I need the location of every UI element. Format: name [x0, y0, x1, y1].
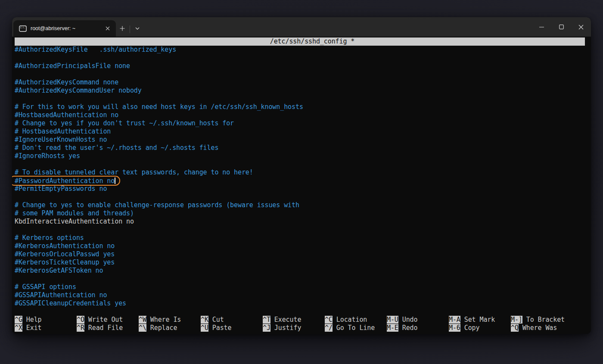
editor-line: #AuthorizedKeysCommand none [15, 78, 585, 87]
shortcut-redo: M-E Redo [387, 324, 449, 332]
shortcut-execute: ^T Execute [263, 316, 325, 324]
shortcut-to-bracket: M-] To Bracket [511, 316, 573, 324]
nano-filename: /etc/ssh/sshd_config * [270, 37, 354, 46]
editor-line: #AuthorizedPrincipalsFile none [15, 62, 585, 70]
shortcut-where-is: ^W Where Is [139, 316, 201, 324]
editor-line: # For this to work you will also need ho… [15, 103, 585, 111]
shortcut-copy: M-6 Copy [449, 324, 511, 332]
close-window-button[interactable] [571, 17, 591, 37]
maximize-button[interactable] [551, 17, 571, 37]
editor-line: #IgnoreUserKnownHosts no [15, 136, 585, 144]
tab-dropdown-button[interactable] [131, 22, 144, 35]
editor-line [15, 308, 585, 316]
nano-titlebar: GNU nano 7.2 /etc/ssh/sshd_config * [15, 37, 585, 46]
editor-line [15, 95, 585, 103]
close-icon[interactable] [103, 24, 112, 33]
editor-line [15, 160, 585, 168]
editor-line: #KerberosTicketCleanup yes [15, 258, 585, 267]
editor-line: #AuthorizedKeysCommandUser nobody [15, 87, 585, 95]
editor-line: #KerberosGetAFSToken no [15, 267, 585, 275]
editor-line: #KerberosAuthentication no [15, 242, 585, 250]
editor-line: #IgnoreRhosts yes [15, 152, 585, 160]
editor-line [15, 226, 585, 234]
new-tab-button[interactable] [116, 22, 129, 35]
shortcut-replace: ^\ Replace [139, 324, 201, 332]
shortcut-justify: ^J Justify [263, 324, 325, 332]
shortcut-location: ^C Location [325, 316, 387, 324]
shortcut-paste: ^U Paste [201, 324, 263, 332]
shortcut-row-1: ^G Help^O Write Out^W Where Is^K Cut^T E… [15, 316, 585, 324]
close-icon [578, 25, 584, 30]
editor-line: #KerberosOrLocalPasswd yes [15, 250, 585, 258]
editor-line: # Change to yes if you don't trust ~/.ss… [15, 119, 585, 128]
editor-line: #AuthorizedKeysFile .ssh/authorized_keys [15, 46, 585, 54]
terminal-screen[interactable]: GNU nano 7.2 /etc/ssh/sshd_config * #Aut… [12, 37, 591, 334]
plus-icon [120, 26, 125, 31]
editor-line: #GSSAPIAuthentication no [15, 291, 585, 299]
editor-line: # some PAM modules and threads) [15, 209, 585, 218]
tab-title: root@abriserver: ~ [31, 25, 99, 31]
shortcut-where-was: ^Q Where Was [511, 324, 573, 332]
editor-screen: #AuthorizedKeysFile .ssh/authorized_keys… [15, 46, 585, 316]
chevron-down-icon [135, 27, 140, 30]
editor-line: KbdInteractiveAuthentication no [15, 218, 585, 226]
editor-line: # To disable tunneled clear text passwor… [15, 168, 585, 177]
editor-line: # Change to yes to enable challenge-resp… [15, 201, 585, 209]
svg-text:C:\: C:\ [20, 26, 25, 29]
shortcut-set-mark: M-A Set Mark [449, 316, 511, 324]
text-cursor [115, 177, 115, 184]
shortcut-go-to-line: ^/ Go To Line [325, 324, 387, 332]
editor-line: #PasswordAuthentication no [15, 177, 585, 185]
maximize-icon [559, 25, 564, 29]
shortcut-row-2: ^X Exit^R Read File^\ Replace^U Paste^J … [15, 324, 585, 332]
editor-line: # HostbasedAuthentication [15, 128, 585, 136]
shortcut-exit: ^X Exit [15, 324, 77, 332]
editor-line [15, 70, 585, 78]
tabbar-divider [130, 25, 130, 33]
shortcut-write-out: ^O Write Out [77, 316, 139, 324]
editor-line [15, 275, 585, 283]
tab-bar[interactable]: C:\ root@abriserver: ~ [12, 17, 591, 37]
editor-line [15, 193, 585, 201]
minimize-button[interactable] [532, 17, 551, 37]
shortcut-undo: M-U Undo [387, 316, 449, 324]
editor-line: # Kerberos options [15, 234, 585, 242]
editor-line [15, 54, 585, 62]
editor-line: #GSSAPICleanupCredentials yes [15, 299, 585, 308]
editor-line: # Don't read the user's ~/.rhosts and ~/… [15, 144, 585, 152]
editor-line: #PermitEmptyPasswords no [15, 185, 585, 193]
terminal-window: C:\ root@abriserver: ~ [12, 17, 591, 334]
nano-shortcut-bar: ^G Help^O Write Out^W Where Is^K Cut^T E… [15, 316, 585, 332]
editor-line: # GSSAPI options [15, 283, 585, 291]
terminal-icon: C:\ [19, 25, 27, 32]
shortcut-read-file: ^R Read File [77, 324, 139, 332]
minimize-icon [539, 27, 544, 28]
shortcut-help: ^G Help [15, 316, 77, 324]
tab-root-abriserver[interactable]: C:\ root@abriserver: ~ [13, 20, 116, 37]
editor-line: #HostbasedAuthentication no [15, 111, 585, 119]
shortcut-cut: ^K Cut [201, 316, 263, 324]
